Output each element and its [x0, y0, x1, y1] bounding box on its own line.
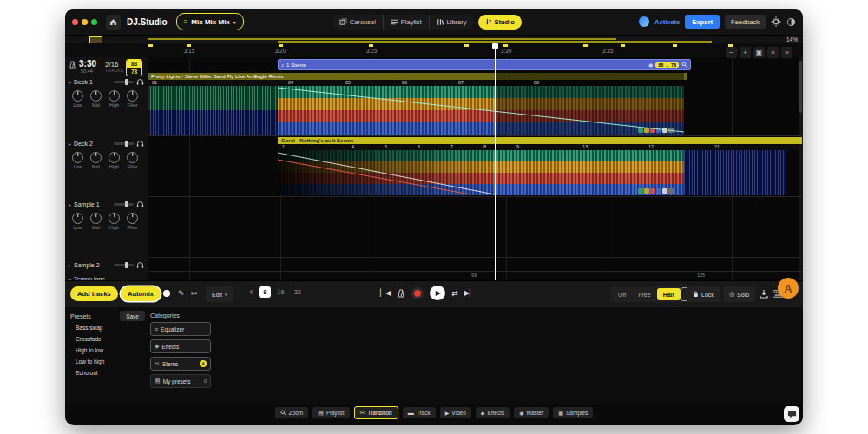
solo-button[interactable]: ◎ Solo	[723, 286, 755, 302]
toolbar-playlist[interactable]: ▤ Playlist	[312, 407, 349, 418]
mid-knob[interactable]	[90, 90, 102, 102]
assistant-badge[interactable]: A	[778, 278, 799, 299]
mid-knob[interactable]	[90, 152, 102, 163]
loop-icon[interactable]: ⇄	[451, 289, 458, 298]
lane-header-deck2[interactable]: ▸ Deck 2	[65, 138, 148, 149]
low-knob[interactable]	[72, 213, 83, 224]
mode-half-button[interactable]: Half	[657, 288, 681, 300]
deck2-stem-toggles[interactable]	[638, 188, 674, 194]
mode-free-button[interactable]: Free	[632, 288, 656, 300]
chevron-right-icon[interactable]: ▸	[69, 201, 71, 207]
vocals-toggle-icon[interactable]	[656, 188, 661, 194]
skip-left-button[interactable]: «	[767, 47, 779, 58]
project-selector[interactable]: ≡ Mix Mix Mix ▾	[176, 13, 244, 30]
toolbar-track[interactable]: ▬ Track	[403, 407, 436, 418]
edit-dropdown[interactable]: Edit▾	[206, 286, 233, 302]
nav-studio[interactable]: Studio	[478, 15, 522, 30]
cue-marker[interactable]	[621, 44, 625, 47]
preset-item[interactable]: Low to high	[70, 356, 145, 367]
filter-knob[interactable]	[127, 152, 138, 163]
zoom-out-button[interactable]: −	[726, 47, 737, 58]
edit-clip-icon[interactable]	[662, 128, 667, 133]
download-icon[interactable]	[760, 289, 768, 299]
eye-icon[interactable]: ◉	[648, 62, 653, 68]
nav-carousel[interactable]: Carousel	[332, 15, 383, 30]
toolbar-effects[interactable]: ◆ Effects	[476, 407, 510, 418]
filter-knob[interactable]	[127, 213, 138, 224]
window-controls[interactable]	[72, 19, 101, 25]
category-effects[interactable]: ◈ Effects	[150, 339, 211, 353]
high-knob[interactable]	[108, 213, 120, 224]
add-tracks-button[interactable]: Add tracks	[70, 286, 118, 301]
bass-toggle-icon[interactable]	[644, 128, 649, 133]
close-window-icon[interactable]	[72, 19, 78, 25]
drums-toggle-icon[interactable]	[638, 128, 643, 133]
chevron-right-icon[interactable]: ▸	[69, 141, 71, 147]
nav-library[interactable]: Library	[429, 15, 474, 30]
deck1-volume-slider[interactable]	[114, 81, 134, 83]
deck2-waveform-tail[interactable]	[684, 150, 786, 195]
activate-link[interactable]: Activate	[654, 18, 680, 26]
low-knob[interactable]	[72, 90, 83, 102]
zoom-fit-button[interactable]: ▣	[753, 47, 765, 58]
playhead[interactable]	[495, 43, 496, 280]
preset-item[interactable]: Crossfade	[70, 333, 145, 345]
filter-knob[interactable]	[127, 90, 138, 102]
beat-4-button[interactable]: 4	[246, 286, 256, 298]
melody-toggle-icon[interactable]	[650, 188, 655, 194]
low-knob[interactable]	[72, 152, 83, 163]
vocals-toggle-icon[interactable]	[656, 128, 661, 133]
bass-toggle-icon[interactable]	[644, 188, 649, 194]
headphones-icon[interactable]	[136, 201, 144, 208]
category-my-presets[interactable]: ▤ My presets 0	[150, 374, 211, 388]
lane-header-deck1[interactable]: ▸ Deck 1	[65, 76, 148, 88]
preset-item[interactable]: Bass swap	[70, 322, 145, 333]
pencil-icon[interactable]: ✎	[178, 289, 185, 298]
deck2-clip-title[interactable]: Gordi - Nothing's as It Seems	[278, 137, 802, 144]
chat-button[interactable]	[784, 406, 799, 422]
home-button[interactable]	[106, 15, 121, 30]
stems-region-header[interactable]: ♪ 1 Stems ◉ 88 → 78	[278, 59, 691, 70]
minimize-window-icon[interactable]	[82, 19, 88, 25]
mode-off-button[interactable]: Off	[612, 288, 632, 300]
feedback-button[interactable]: Feedback	[725, 15, 766, 29]
cue-marker[interactable]	[279, 44, 283, 47]
automix-button[interactable]: Automix	[121, 286, 161, 301]
bpm-badge[interactable]: 88 78	[126, 59, 142, 76]
toolbar-samples[interactable]: ▦ Samples	[553, 407, 593, 418]
chevron-right-icon[interactable]: ▸	[69, 262, 71, 268]
cue-marker[interactable]	[503, 44, 508, 47]
category-stems[interactable]: ✂ Stems 4	[150, 357, 211, 371]
scissors-icon[interactable]: ✂	[191, 289, 198, 298]
edit-clip-icon[interactable]	[662, 188, 667, 194]
high-knob[interactable]	[108, 90, 120, 102]
cue-marker[interactable]	[187, 44, 191, 47]
cue-marker[interactable]	[148, 44, 153, 47]
beat-8-button[interactable]: 8	[259, 286, 271, 298]
deck2-volume-slider[interactable]	[114, 142, 134, 145]
deck1-waveform-low[interactable]	[148, 110, 278, 135]
lane-header-sample2[interactable]: ▸ Sample 2	[65, 260, 148, 271]
lane-header-sample1[interactable]: ▸ Sample 1	[65, 199, 148, 210]
headphones-icon[interactable]	[136, 78, 144, 86]
toolbar-video[interactable]: ▶ Video	[440, 407, 471, 418]
cue-marker[interactable]	[369, 44, 373, 47]
overview-viewport[interactable]	[89, 36, 102, 43]
theme-toggle-icon[interactable]	[786, 17, 796, 27]
lock-button[interactable]: Lock	[687, 286, 720, 302]
deck1-waveform-high[interactable]	[148, 86, 278, 110]
beat-16-button[interactable]: 16	[273, 286, 287, 298]
beat-32-button[interactable]: 32	[291, 286, 305, 298]
drums-toggle-icon[interactable]	[638, 188, 643, 194]
sample1-volume-slider[interactable]	[114, 203, 134, 206]
headphones-icon[interactable]	[136, 261, 144, 269]
export-button[interactable]: Export	[685, 15, 720, 29]
gear-icon[interactable]	[771, 16, 781, 27]
toolbar-transition[interactable]: ✂ Transition	[354, 406, 398, 419]
preset-item[interactable]: High to low	[70, 345, 145, 356]
skip-to-start-icon[interactable]: ▏◀	[380, 289, 391, 297]
deck1-stem-toggles[interactable]	[638, 128, 674, 133]
time-ruler[interactable]: 3:15 3:20 3:25 3:30 3:35 3:40	[65, 43, 803, 58]
magnifier-icon[interactable]	[681, 62, 687, 68]
chevron-right-icon[interactable]: ▸	[69, 79, 71, 85]
